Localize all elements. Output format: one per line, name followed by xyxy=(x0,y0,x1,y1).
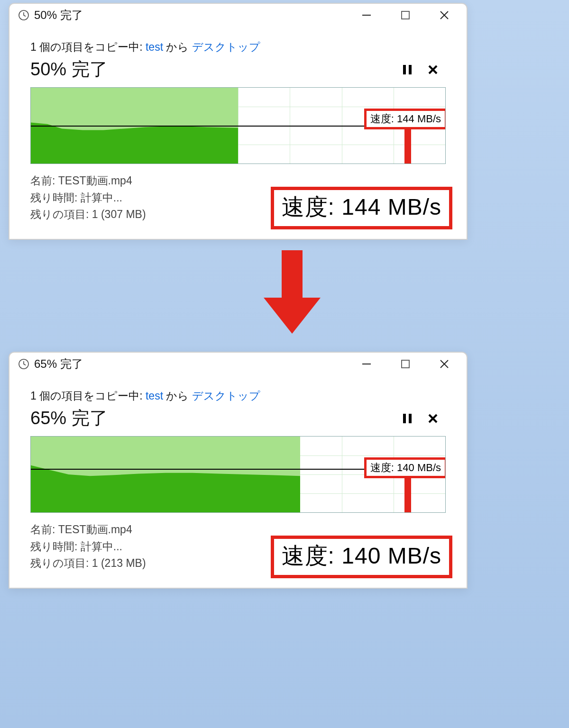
clock-icon xyxy=(18,9,29,21)
pause-button[interactable] xyxy=(395,409,420,428)
items-label: 残りの項目: xyxy=(30,208,89,220)
svg-rect-6 xyxy=(409,65,412,74)
titlebar: 50% 完了 xyxy=(9,4,467,27)
items-label: 残りの項目: xyxy=(30,557,89,569)
name-value: TEST動画.mp4 xyxy=(58,174,132,187)
copy-dialog-65: 65% 完了 1 個の項目をコピー中: test から デスクトップ 65% 完… xyxy=(9,352,468,589)
copy-dialog-50: 50% 完了 1 個の項目をコピー中: test から デスクトップ 50% 完… xyxy=(9,3,468,240)
svg-rect-13 xyxy=(402,360,409,368)
cancel-button[interactable] xyxy=(420,60,446,79)
svg-marker-10 xyxy=(264,298,321,334)
items-value: 1 (307 MB) xyxy=(92,208,146,220)
destination-link[interactable]: デスクトップ xyxy=(192,41,260,53)
info-block: 名前: TEST動画.mp4 残り時間: 計算中... 残りの項目: 1 (21… xyxy=(30,521,146,572)
name-label: 名前: xyxy=(30,174,55,187)
percent-complete: 50% 完了 xyxy=(30,57,108,82)
copying-prefix: 1 個の項目をコピー中: xyxy=(30,41,146,53)
big-speed-callout: 速度: 140 MB/s xyxy=(271,536,452,578)
separator: から xyxy=(163,41,192,53)
destination-link[interactable]: デスクトップ xyxy=(192,390,260,402)
name-value: TEST動画.mp4 xyxy=(58,523,132,536)
copying-line: 1 個の項目をコピー中: test から デスクトップ xyxy=(30,389,446,403)
copying-line: 1 個の項目をコピー中: test から デスクトップ xyxy=(30,40,446,55)
close-window-button[interactable] xyxy=(425,355,464,373)
items-value: 1 (213 MB) xyxy=(92,557,146,569)
close-window-button[interactable] xyxy=(425,6,464,25)
svg-rect-9 xyxy=(282,250,303,298)
svg-rect-5 xyxy=(403,65,406,74)
titlebar: 65% 完了 xyxy=(9,353,467,375)
minimize-button[interactable] xyxy=(347,6,386,25)
window-title: 50% 完了 xyxy=(34,8,83,23)
remain-label: 残り時間: xyxy=(30,540,77,553)
speed-label: 速度: 140 MB/s xyxy=(364,457,446,478)
minimize-button[interactable] xyxy=(347,355,386,373)
copying-prefix: 1 個の項目をコピー中: xyxy=(30,390,146,402)
remain-label: 残り時間: xyxy=(30,191,77,204)
svg-rect-16 xyxy=(403,414,406,423)
big-speed-callout: 速度: 144 MB/s xyxy=(271,187,452,229)
remain-value: 計算中... xyxy=(81,540,122,553)
window-title: 65% 完了 xyxy=(34,356,83,372)
clock-icon xyxy=(18,358,29,370)
pause-button[interactable] xyxy=(395,60,420,79)
svg-rect-2 xyxy=(402,11,409,19)
cancel-button[interactable] xyxy=(420,409,446,428)
maximize-button[interactable] xyxy=(386,6,425,25)
source-link[interactable]: test xyxy=(146,41,163,53)
info-block: 名前: TEST動画.mp4 残り時間: 計算中... 残りの項目: 1 (30… xyxy=(30,173,146,223)
speed-chart: 速度: 144 MB/s xyxy=(30,87,446,164)
separator: から xyxy=(163,390,192,402)
name-label: 名前: xyxy=(30,523,55,536)
maximize-button[interactable] xyxy=(386,355,425,373)
speed-label: 速度: 144 MB/s xyxy=(364,109,446,129)
down-arrow-icon xyxy=(264,250,321,337)
remain-value: 計算中... xyxy=(81,191,122,204)
percent-complete: 65% 完了 xyxy=(30,406,108,430)
speed-chart: 速度: 140 MB/s xyxy=(30,436,446,513)
source-link[interactable]: test xyxy=(146,390,163,402)
svg-rect-17 xyxy=(409,414,412,423)
